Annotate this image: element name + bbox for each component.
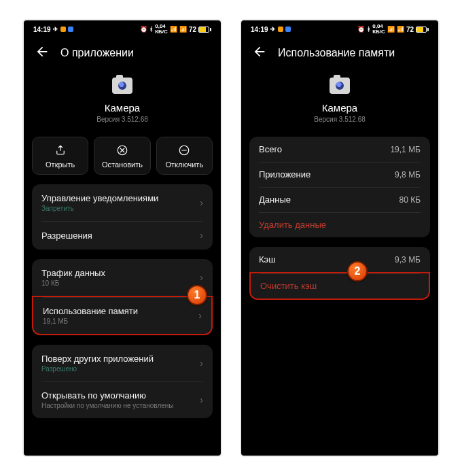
send-icon: ✈	[53, 26, 58, 33]
status-bar: 14:19 ✈ ⏰ ᚼ 0,04КБ/С 📶 📶 72	[24, 20, 221, 38]
back-button[interactable]	[35, 44, 50, 62]
row-default[interactable]: Открывать по умолчаниюНастройки по умолч…	[32, 381, 213, 418]
callout-badge-1: 1	[187, 285, 207, 305]
status-dot-blue	[285, 27, 291, 32]
disable-label: Отключить	[166, 160, 204, 169]
status-right: ⏰ ᚼ 0,04КБ/С 📶 📶 72	[357, 24, 429, 35]
row-data: Данные 80 КБ	[249, 187, 430, 212]
app-version: Версия 3.512.68	[314, 116, 366, 123]
signal-icon: 📶	[387, 26, 395, 33]
content: Камера Версия 3.512.68 Открыть Остановит…	[24, 68, 221, 456]
app-name: Камера	[322, 102, 357, 114]
signal-icon-2: 📶	[179, 26, 187, 33]
card-storage: Всего 19,1 МБ Приложение 9,8 МБ Данные 8…	[249, 137, 430, 237]
chevron-right-icon: ›	[200, 272, 203, 283]
open-label: Открыть	[46, 160, 75, 169]
status-bar: 14:19 ✈ ⏰ ᚼ 0,04КБ/С 📶 📶 72	[241, 20, 438, 38]
status-time: 14:19	[33, 26, 51, 33]
app-version: Версия 3.512.68	[96, 116, 148, 123]
action-row: Открыть Остановить Отключить	[32, 137, 213, 175]
open-button[interactable]: Открыть	[32, 137, 88, 175]
battery-pct: 72	[406, 26, 414, 33]
row-traffic[interactable]: Трафик данных10 КБ ›	[32, 259, 213, 296]
row-total: Всего 19,1 МБ	[249, 137, 430, 162]
alarm-icon: ⏰	[140, 26, 147, 33]
header: Использование памяти	[241, 38, 438, 68]
page-title: О приложении	[60, 47, 134, 59]
share-icon	[54, 144, 67, 156]
status-time: 14:19	[251, 26, 268, 33]
phone-left: 14:19 ✈ ⏰ ᚼ 0,04КБ/С 📶 📶 72 О приложении…	[24, 20, 221, 456]
row-memory-highlight[interactable]: 1 Использование памяти19,1 МБ ›	[32, 296, 213, 335]
chevron-right-icon: ›	[200, 358, 203, 369]
status-dot-amber	[278, 27, 283, 32]
chevron-right-icon: ›	[200, 394, 203, 405]
status-right: ⏰ ᚼ 0,04КБ/С 📶 📶 72	[140, 24, 211, 35]
chevron-right-icon: ›	[200, 197, 203, 208]
status-dot-blue	[68, 27, 73, 32]
signal-icon: 📶	[170, 26, 177, 33]
camera-icon	[330, 78, 350, 94]
stop-icon	[116, 144, 128, 156]
row-clear-cache-highlight[interactable]: 2 Очистить кэш	[249, 272, 430, 300]
phone-right: 14:19 ✈ ⏰ ᚼ 0,04КБ/С 📶 📶 72 Использовани…	[241, 20, 438, 456]
alarm-icon: ⏰	[357, 26, 365, 33]
app-name: Камера	[105, 102, 140, 114]
battery-pct: 72	[189, 26, 196, 33]
row-delete-data[interactable]: Удалить данные	[249, 212, 430, 237]
net-speed: 0,04КБ/С	[155, 24, 168, 35]
row-notifications[interactable]: Управление уведомлениямиЗапретить ›	[32, 184, 213, 221]
bluetooth-icon: ᚼ	[149, 26, 153, 33]
bluetooth-icon: ᚼ	[367, 26, 370, 33]
chevron-right-icon: ›	[200, 230, 203, 241]
row-permissions[interactable]: Разрешения ›	[32, 221, 213, 250]
net-speed: 0,04КБ/С	[372, 24, 385, 35]
camera-icon	[112, 78, 132, 94]
row-overlay[interactable]: Поверх других приложенийРазрешено ›	[32, 345, 213, 381]
card-misc: Поверх других приложенийРазрешено › Откр…	[32, 345, 213, 418]
card-notifications: Управление уведомлениямиЗапретить › Разр…	[32, 184, 213, 250]
callout-badge-2: 2	[347, 261, 368, 282]
app-hero: Камера Версия 3.512.68	[249, 68, 430, 137]
row-cache: Кэш 9,3 МБ	[249, 247, 430, 272]
row-app-size: Приложение 9,8 МБ	[249, 162, 430, 187]
content: Камера Версия 3.512.68 Всего 19,1 МБ При…	[241, 68, 438, 456]
status-left: 14:19 ✈	[33, 26, 73, 33]
status-dot-amber	[60, 27, 66, 32]
page-title: Использование памяти	[278, 47, 395, 59]
disable-button[interactable]: Отключить	[156, 137, 213, 175]
back-button[interactable]	[252, 44, 267, 62]
app-hero: Камера Версия 3.512.68	[32, 68, 213, 137]
stop-button[interactable]: Остановить	[94, 137, 150, 175]
stop-label: Остановить	[102, 160, 143, 169]
signal-icon-2: 📶	[397, 26, 404, 33]
card-cache: Кэш 9,3 МБ 2 Очистить кэш	[249, 247, 430, 300]
disable-icon	[178, 144, 190, 156]
status-left: 14:19 ✈	[251, 26, 291, 33]
header: О приложении	[24, 38, 221, 68]
chevron-right-icon: ›	[198, 310, 202, 321]
send-icon: ✈	[270, 26, 276, 33]
battery-icon	[198, 27, 211, 33]
card-data: Трафик данных10 КБ › 1 Использование пам…	[32, 259, 213, 335]
battery-icon	[416, 27, 429, 33]
